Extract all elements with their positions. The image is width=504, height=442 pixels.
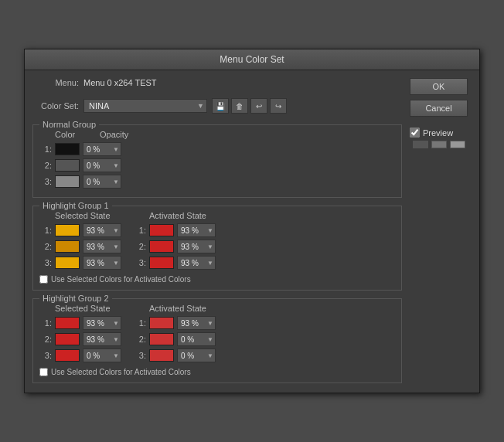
menu-label: Menu:	[32, 78, 79, 87]
hg1-act-swatch-1[interactable]	[149, 224, 174, 236]
normal-color-swatch-1[interactable]	[55, 143, 80, 155]
menu-color-set-dialog: Menu Color Set Menu: Menu 0 x264 TEST Co…	[24, 49, 480, 393]
highlight-group-2-activated-col: Activated State 1: 93 %0 % ▼ 2:	[134, 304, 216, 365]
opacity-col-header: Opacity	[100, 130, 146, 139]
highlight-group-1-activated-col: Activated State 1: 93 %0 % ▼ 2:	[134, 211, 216, 272]
ok-button[interactable]: OK	[410, 78, 468, 95]
right-panel: OK Cancel Preview	[410, 78, 472, 385]
normal-row-3: 3: 0 %93 % ▼	[39, 175, 395, 189]
hg1-act-swatch-3[interactable]	[149, 257, 174, 269]
highlight-group-1-columns: Selected State 1: 93 %0 % ▼ 2:	[39, 211, 395, 272]
color-set-dropdown-wrapper: NINA ▼	[83, 99, 207, 113]
row-num-2: 2:	[39, 161, 52, 170]
save-icon-button[interactable]: 💾	[212, 98, 229, 114]
hg1-act-opacity-3[interactable]: 93 %0 %	[177, 256, 216, 270]
hg1-sel-row-2: 2: 93 %0 % ▼	[39, 240, 121, 253]
highlight-group-1-box: Highlight Group 1 Selected State 1: 93 %…	[32, 206, 402, 291]
hg1-sel-row-3: 3: 93 %0 % ▼	[39, 256, 121, 270]
export-icon-button[interactable]: ↪	[270, 98, 287, 114]
normal-group-header: Color Opacity	[55, 130, 395, 139]
icon-buttons-row: 💾 🗑 ↩ ↪	[212, 98, 287, 114]
activated-state-label-2: Activated State	[149, 304, 216, 313]
normal-group-label: Normal Group	[39, 120, 99, 129]
hg1-act-row-1: 1: 93 %0 % ▼	[134, 223, 216, 237]
preview-section: Preview	[410, 128, 472, 148]
preview-checkbox-row: Preview	[410, 128, 472, 138]
color-set-label: Color Set:	[32, 101, 79, 110]
import-icon-button[interactable]: ↩	[250, 98, 267, 114]
hg2-act-opacity-3[interactable]: 0 %93 %	[177, 348, 216, 362]
highlight-group-2-columns: Selected State 1: 93 %0 % ▼ 2:	[39, 304, 395, 365]
hg1-act-opacity-1[interactable]: 93 %0 %	[177, 223, 216, 237]
preview-label: Preview	[423, 128, 453, 138]
normal-color-swatch-3[interactable]	[55, 175, 80, 188]
hg1-sel-swatch-2[interactable]	[55, 240, 80, 253]
color-col-header: Color	[55, 130, 94, 139]
hg2-sel-opacity-3[interactable]: 0 %93 %	[83, 348, 121, 362]
highlight-group-2-label: Highlight Group 2	[39, 294, 112, 303]
hg2-sel-row-2: 2: 93 %0 % ▼	[39, 332, 121, 346]
hg1-sel-opacity-2[interactable]: 93 %0 %	[83, 240, 121, 253]
normal-opacity-select-2[interactable]: 0 %93 %	[83, 158, 121, 172]
normal-opacity-select-wrapper-1: 0 %93 % ▼	[83, 142, 121, 156]
normal-color-swatch-2[interactable]	[55, 159, 80, 172]
hg2-sel-swatch-2[interactable]	[55, 333, 80, 345]
normal-row-2: 2: 0 %93 % ▼	[39, 158, 395, 172]
hg2-sel-row-1: 1: 93 %0 % ▼	[39, 316, 121, 330]
hg2-sel-opacity-2[interactable]: 93 %0 %	[83, 332, 121, 346]
hg1-sel-swatch-1[interactable]	[55, 224, 80, 236]
highlight-group-1-label: Highlight Group 1	[39, 201, 112, 210]
hg2-act-swatch-2[interactable]	[149, 333, 174, 345]
hg2-sel-opacity-1[interactable]: 93 %0 %	[83, 316, 121, 330]
normal-opacity-select-wrapper-2: 0 %93 % ▼	[83, 158, 121, 172]
hg2-act-swatch-3[interactable]	[149, 349, 174, 362]
hg2-use-selected-label: Use Selected Colors for Activated Colors	[51, 368, 191, 376]
hg1-act-row-2: 2: 93 %0 % ▼	[134, 240, 216, 253]
normal-group-box: Normal Group Color Opacity 1: 0 %93 % ▼	[32, 124, 402, 198]
menu-value: Menu 0 x264 TEST	[83, 78, 157, 87]
preview-swatch-dark	[413, 141, 428, 148]
hg1-use-selected-checkbox[interactable]	[39, 275, 48, 284]
hg1-sel-row-1: 1: 93 %0 % ▼	[39, 223, 121, 237]
row-num-1: 1:	[39, 144, 52, 154]
hg2-act-row-1: 1: 93 %0 % ▼	[134, 316, 216, 330]
hg1-act-row-3: 3: 93 %0 % ▼	[134, 256, 216, 270]
hg2-sel-swatch-1[interactable]	[55, 317, 80, 329]
highlight-group-2-selected-col: Selected State 1: 93 %0 % ▼ 2:	[39, 304, 121, 365]
activated-state-label-1: Activated State	[149, 211, 216, 220]
normal-opacity-select-1[interactable]: 0 %93 %	[83, 142, 121, 156]
highlight-group-1-selected-col: Selected State 1: 93 %0 % ▼ 2:	[39, 211, 121, 272]
preview-swatch-mid	[431, 141, 447, 148]
delete-icon-button[interactable]: 🗑	[231, 98, 248, 114]
hg2-act-opacity-2[interactable]: 0 %93 %	[177, 332, 216, 346]
normal-opacity-select-3[interactable]: 0 %93 %	[83, 175, 121, 189]
hg1-use-selected-row: Use Selected Colors for Activated Colors	[39, 275, 395, 284]
left-panel: Menu: Menu 0 x264 TEST Color Set: NINA ▼…	[32, 78, 402, 385]
hg2-sel-swatch-3[interactable]	[55, 349, 80, 362]
hg2-act-row-2: 2: 0 %93 % ▼	[134, 332, 216, 346]
hg2-use-selected-checkbox[interactable]	[39, 368, 48, 376]
hg2-use-selected-row: Use Selected Colors for Activated Colors	[39, 368, 395, 376]
color-set-dropdown[interactable]: NINA	[83, 99, 207, 113]
hg2-act-opacity-1[interactable]: 93 %0 %	[177, 316, 216, 330]
dialog-title: Menu Color Set	[25, 49, 479, 70]
hg1-use-selected-label: Use Selected Colors for Activated Colors	[51, 275, 191, 284]
menu-row: Menu: Menu 0 x264 TEST	[32, 78, 402, 87]
hg2-sel-row-3: 3: 0 %93 % ▼	[39, 348, 121, 362]
hg1-act-opacity-2[interactable]: 93 %0 %	[177, 240, 216, 253]
cancel-button[interactable]: Cancel	[410, 100, 468, 117]
hg2-act-swatch-1[interactable]	[149, 317, 174, 329]
preview-swatches	[413, 141, 472, 148]
preview-swatch-light	[450, 141, 465, 148]
color-set-row: Color Set: NINA ▼ 💾 🗑 ↩ ↪	[32, 98, 402, 114]
hg1-sel-opacity-1[interactable]: 93 %0 %	[83, 223, 121, 237]
hg1-sel-swatch-3[interactable]	[55, 257, 80, 269]
row-num-3: 3:	[39, 177, 52, 186]
preview-checkbox[interactable]	[410, 128, 420, 138]
highlight-group-2-box: Highlight Group 2 Selected State 1: 93 %…	[32, 298, 402, 383]
hg1-sel-opacity-3[interactable]: 93 %0 %	[83, 256, 121, 270]
hg1-act-swatch-2[interactable]	[149, 240, 174, 253]
normal-row-1: 1: 0 %93 % ▼	[39, 142, 395, 156]
hg2-act-row-3: 3: 0 %93 % ▼	[134, 348, 216, 362]
selected-state-label-1: Selected State	[55, 211, 121, 220]
